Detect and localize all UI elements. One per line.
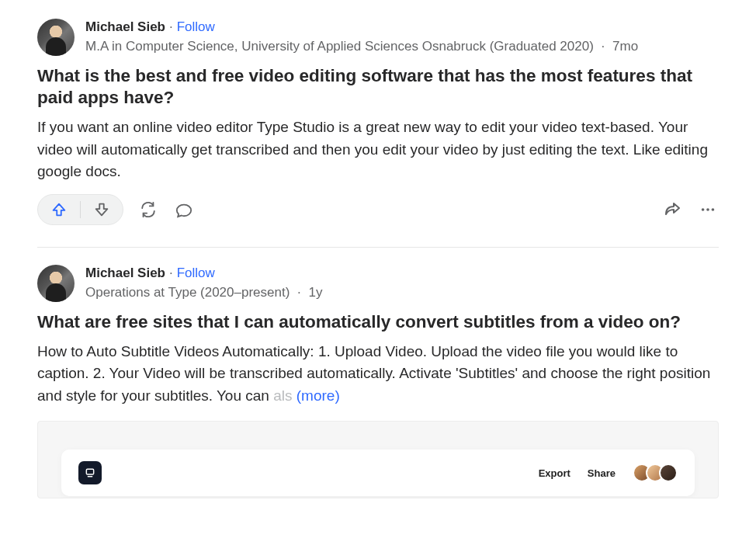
more-icon <box>699 201 716 218</box>
post-time: 1y <box>309 285 323 300</box>
repost-icon <box>140 201 157 218</box>
question-title[interactable]: What are free sites that I can automatic… <box>37 311 719 333</box>
share-icon <box>663 200 681 219</box>
comment-button[interactable] <box>173 199 195 220</box>
post-divider <box>37 247 719 248</box>
separator-dot: · <box>165 265 177 283</box>
follow-link[interactable]: Follow <box>177 19 215 36</box>
answer-body: How to Auto Subtitle Videos Automaticall… <box>37 341 719 408</box>
svg-point-1 <box>706 208 709 211</box>
share-button[interactable]: Share <box>588 467 616 479</box>
export-button[interactable]: Export <box>539 467 570 479</box>
author-meta: Michael Sieb · Follow Operations at Type… <box>85 265 323 302</box>
app-logo-icon <box>78 461 102 484</box>
author-credential: M.A in Computer Science, University of A… <box>85 38 638 56</box>
action-bar <box>37 194 719 225</box>
post-time: 7mo <box>612 39 638 54</box>
author-meta: Michael Sieb · Follow M.A in Computer Sc… <box>85 19 638 56</box>
answer-post: Michael Sieb · Follow M.A in Computer Sc… <box>37 19 719 239</box>
separator-dot: · <box>598 39 609 54</box>
svg-point-2 <box>712 208 715 211</box>
answer-post: Michael Sieb · Follow Operations at Type… <box>37 265 719 509</box>
separator-dot: · <box>293 285 305 300</box>
more-options-button[interactable] <box>697 199 719 220</box>
downvote-button[interactable] <box>81 195 123 224</box>
author-avatar[interactable] <box>37 265 75 302</box>
follow-link[interactable]: Follow <box>177 265 215 283</box>
upvote-icon <box>50 201 68 218</box>
svg-rect-3 <box>86 470 93 475</box>
post-header: Michael Sieb · Follow Operations at Type… <box>37 265 719 302</box>
answer-text: How to Auto Subtitle Videos Automaticall… <box>37 343 710 404</box>
comment-icon <box>175 201 192 218</box>
separator-dot: · <box>165 19 177 36</box>
author-credential: Operations at Type (2020–present) · 1y <box>85 284 323 302</box>
author-avatar[interactable] <box>37 19 75 56</box>
upvote-button[interactable] <box>38 195 80 224</box>
downvote-icon <box>93 201 110 218</box>
question-title[interactable]: What is the best and free video editing … <box>37 65 719 109</box>
share-button[interactable] <box>661 199 683 220</box>
repost-button[interactable] <box>137 199 159 220</box>
svg-point-0 <box>702 208 705 211</box>
answer-fade: als <box>273 387 292 404</box>
read-more-link[interactable]: (more) <box>297 387 340 404</box>
post-header: Michael Sieb · Follow M.A in Computer Sc… <box>37 19 719 56</box>
embed-toolbar: Export Share <box>61 450 695 496</box>
credential-text: M.A in Computer Science, University of A… <box>85 39 594 54</box>
author-name-link[interactable]: Michael Sieb <box>85 265 165 283</box>
credential-text: Operations at Type (2020–present) <box>85 285 290 300</box>
image-embed[interactable]: Export Share <box>37 421 719 498</box>
vote-group <box>37 194 123 225</box>
answer-body: If you want an online video editor Type … <box>37 116 719 183</box>
author-name-link[interactable]: Michael Sieb <box>85 19 165 36</box>
collaborator-avatars[interactable] <box>633 463 678 482</box>
avatar-icon <box>659 463 678 482</box>
